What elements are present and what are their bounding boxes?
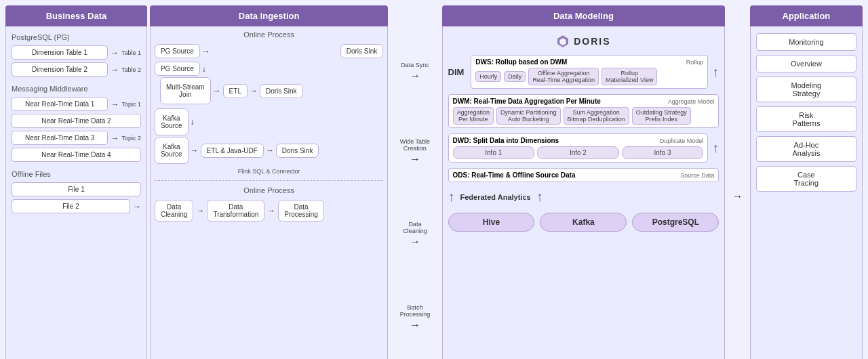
arrow-dwd-up: ↑ (712, 140, 719, 156)
pg-flow-2: PG Source ↓ (155, 62, 383, 76)
rollup-mv-chip: Rollup Materialized View (601, 68, 657, 85)
hourly-chip: Hourly (475, 71, 501, 82)
federated-row: ↑ Federated Analytics ↑ (448, 186, 719, 207)
app-monitoring: Monitoring (756, 33, 856, 51)
doris-text: DORIS (574, 36, 610, 47)
nrt2-row: Near Real-Time Data 2 (12, 114, 141, 128)
kafka-source-1: Kafka Source (155, 108, 189, 135)
arrow-batch: → (410, 319, 420, 331)
wide-table-label: Wide Table Creation (400, 138, 430, 152)
kafka-source-2: Kafka Source (155, 137, 189, 164)
arrow-pg1: → (202, 47, 210, 56)
arrow-topic2: → (111, 133, 119, 143)
dim-table-2-box: Dimension Table 2 (12, 62, 108, 77)
arrow-dc: → (196, 206, 204, 215)
dim-table-2-row: Dimension Table 2 → Table 2 (12, 62, 141, 77)
offline-agg-chip: Offline Aggregation Real-Time Aggregatio… (528, 68, 599, 85)
ingestion-header: Data Ingestion (150, 5, 388, 26)
arrow-widetable: → (410, 153, 420, 165)
data-processing-box: Data Processing (278, 200, 323, 221)
topic2-label: Topic 2 (121, 135, 141, 142)
conn-data-sync: Data Sync → (391, 62, 439, 82)
doris-sink-2: Doris Sink (260, 84, 303, 98)
pg-flow-1: PG Source → Doris Sink (155, 44, 383, 58)
table2-label: Table 2 (121, 66, 141, 73)
batch-flow: Data Cleaning → Data Transformation → Da… (155, 200, 383, 221)
flink-label: Flink SQL & Connector (155, 168, 383, 175)
arrow-etl: → (250, 86, 258, 96)
info2-chip: Info 2 (537, 146, 619, 159)
nrt1-row: Near Real-Time Data 1 → Topic 1 (12, 97, 141, 111)
dwd-title: DWD: Split Data into Dimensions (453, 137, 559, 144)
info1-chip: Info 1 (453, 146, 535, 159)
dwm-title: DWM: Real-Time Data Aggregation Per Minu… (453, 98, 601, 105)
nrt2-box: Near Real-Time Data 2 (12, 114, 141, 128)
topic1-label: Topic 1 (121, 101, 141, 108)
dws-box: DWS: Rollup based on DWM Rollup Hourly D… (471, 55, 708, 89)
arrow-datasync: → (410, 70, 420, 82)
online-process-label-2: Online Process (155, 186, 383, 194)
etl-box: ETL (223, 84, 248, 98)
dim-label: DIM (448, 67, 465, 77)
business-data-header: Business Data (5, 5, 147, 26)
app-modeling-strategy: Modeling Strategy (756, 77, 856, 102)
dwm-box: DWM: Real-Time Data Aggregation Per Minu… (448, 94, 719, 128)
dwd-box: DWD: Split Data into Dimensions Duplicat… (448, 133, 709, 163)
dynamic-part-chip: Dynamic Partitioning Auto Bucketing (496, 107, 561, 125)
arrow-kafka1: ↓ (191, 117, 195, 127)
main-layout: Business Data PostgreSQL (PG) Dimension … (0, 0, 868, 359)
arrow-kafka2: → (191, 146, 199, 155)
doris-sink-3: Doris Sink (276, 144, 319, 158)
application-body: Monitoring Overview Modeling Strategy Ri… (750, 26, 863, 359)
app-risk-patterns: Risk Patterns (756, 106, 856, 132)
dws-title: DWS: Rollup based on DWM (475, 58, 567, 66)
info3-chip: Info 3 (622, 146, 704, 159)
rollup-label: Rollup (686, 59, 704, 66)
multi-stream-join: Multi-Stream Join (160, 77, 211, 104)
file2-row: File 2 → (12, 199, 141, 213)
agg-per-min-chip: Aggregation Per Minute (453, 107, 494, 125)
doris-header: DORIS (448, 32, 719, 51)
table1-label: Table 1 (121, 49, 141, 56)
mod-app-connector: → (728, 0, 747, 359)
dim-table-1-row: Dimension Table 1 → Table 1 (12, 45, 141, 60)
application-header: Application (750, 5, 863, 26)
data-cleaning-label: Data Cleaning (403, 221, 427, 234)
etl-java-udf: ETL & Java-UDF (201, 144, 264, 158)
arrow-fed-up1: ↑ (448, 189, 455, 205)
file2-box: File 2 (12, 199, 130, 213)
hive-kafka-pg-row: Hive Kafka PostgreSQL (448, 213, 719, 232)
arrow-dt: → (267, 206, 275, 215)
ods-box: ODS: Real-Time & Offline Source Data Sou… (448, 168, 719, 182)
conn-wide-table: Wide Table Creation → (391, 138, 439, 165)
messaging-label: Messaging Middleware (12, 83, 141, 94)
arrow-table2: → (111, 65, 119, 75)
online-process-label-1: Online Process (155, 30, 383, 39)
arrow-fed-up2: ↑ (536, 189, 543, 205)
pg-source-1: PG Source (155, 44, 200, 58)
ingestion-section: Data Ingestion Online Process PG Source … (150, 5, 388, 359)
app-case-tracing: Case Tracing (756, 166, 856, 192)
modeling-body: DORIS DIM DWS: Rollup based on DWM Rollu… (442, 26, 726, 359)
dwm-row: DWM: Real-Time Data Aggregation Per Minu… (448, 93, 719, 129)
outdating-chip: Outdating Strategy Prefix Index (632, 107, 691, 125)
arrow-pg2: ↓ (202, 64, 206, 74)
sum-agg-chip: Sum Aggregation Bitmap Deduplication (564, 107, 629, 125)
dup-model-label: Duplicate Model (660, 138, 704, 144)
arrow-datacleaning: → (410, 236, 420, 248)
ods-title: ODS: Real-Time & Offline Source Data (453, 171, 576, 179)
postgresql-group: PostgreSQL (PG) Dimension Table 1 → Tabl… (12, 32, 141, 77)
ods-row: ODS: Real-Time & Offline Source Data Sou… (448, 167, 719, 184)
arrow-to-app: → (732, 190, 743, 203)
federated-label: Federated Analytics (460, 193, 531, 201)
nrt3-row: Near Real-Time Data 3 → Topic 2 (12, 131, 141, 145)
doris-sink-1: Doris Sink (340, 44, 384, 58)
doris-logo-icon (556, 35, 570, 48)
arrow-dim-up: ↑ (712, 64, 719, 80)
nrt3-box: Near Real-Time Data 3 (12, 131, 108, 145)
ing-divider (155, 180, 383, 181)
agg-model-label: Aggregate Model (668, 98, 715, 105)
modeling-header: Data Modeling (442, 5, 726, 26)
file1-box: File 1 (12, 182, 141, 196)
data-sync-label: Data Sync (401, 62, 429, 68)
